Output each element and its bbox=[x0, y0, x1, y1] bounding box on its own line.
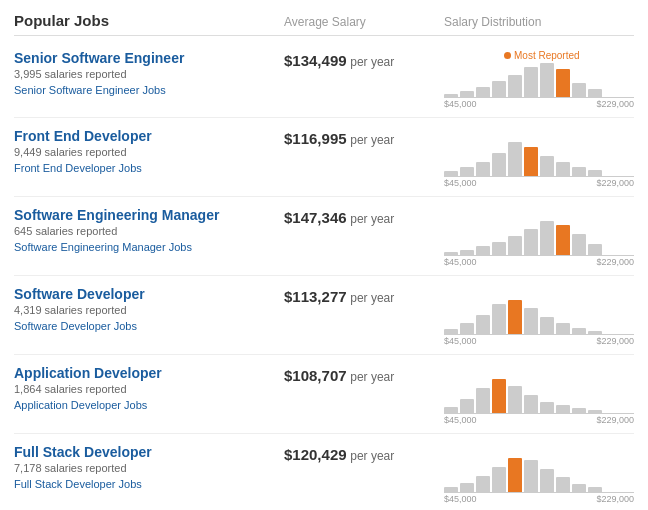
bar-segment bbox=[556, 162, 570, 176]
average-salary-header: Average Salary bbox=[284, 15, 444, 29]
salaries-reported: 4,319 salaries reported bbox=[14, 304, 284, 316]
bar-segment bbox=[492, 81, 506, 97]
axis-labels: $45,000 $229,000 bbox=[444, 336, 634, 346]
job-info: Software Engineering Manager 645 salarie… bbox=[14, 207, 284, 254]
bar-segment bbox=[476, 388, 490, 413]
bar-segment bbox=[492, 304, 506, 334]
table-row: Front End Developer 9,449 salaries repor… bbox=[14, 118, 634, 197]
job-title[interactable]: Software Engineering Manager bbox=[14, 207, 219, 223]
axis-line bbox=[444, 413, 634, 414]
bar-segment bbox=[556, 225, 570, 255]
axis-line bbox=[444, 97, 634, 98]
axis-max: $229,000 bbox=[596, 99, 634, 109]
bar-segment bbox=[508, 142, 522, 176]
bar-segment bbox=[492, 467, 506, 492]
table-row: Application Developer 1,864 salaries rep… bbox=[14, 355, 634, 434]
per-year: per year bbox=[350, 55, 394, 69]
salary-amount: $120,429 bbox=[284, 446, 347, 463]
bar-segment bbox=[572, 83, 586, 97]
job-title[interactable]: Senior Software Engineer bbox=[14, 50, 184, 66]
per-year: per year bbox=[350, 291, 394, 305]
axis-labels: $45,000 $229,000 bbox=[444, 178, 634, 188]
job-info: Front End Developer 9,449 salaries repor… bbox=[14, 128, 284, 175]
dist-col: $45,000 $229,000 bbox=[444, 207, 634, 267]
salaries-reported: 7,178 salaries reported bbox=[14, 462, 284, 474]
main-container: Popular Jobs Average Salary Salary Distr… bbox=[0, 0, 648, 510]
axis-min: $45,000 bbox=[444, 257, 477, 267]
job-link[interactable]: Front End Developer Jobs bbox=[14, 162, 142, 174]
bar-segment bbox=[460, 167, 474, 176]
axis-line bbox=[444, 255, 634, 256]
bar-segment bbox=[524, 147, 538, 176]
bar-segment bbox=[460, 483, 474, 492]
per-year: per year bbox=[350, 133, 394, 147]
axis-min: $45,000 bbox=[444, 415, 477, 425]
most-reported-text: Most Reported bbox=[514, 50, 580, 61]
job-info: Software Developer 4,319 salaries report… bbox=[14, 286, 284, 333]
dist-col: $45,000 $229,000 bbox=[444, 286, 634, 346]
bar-segment bbox=[556, 69, 570, 97]
bar-segment bbox=[524, 67, 538, 97]
dist-col: $45,000 $229,000 bbox=[444, 444, 634, 504]
axis-max: $229,000 bbox=[596, 257, 634, 267]
job-link[interactable]: Application Developer Jobs bbox=[14, 399, 147, 411]
job-title[interactable]: Full Stack Developer bbox=[14, 444, 152, 460]
popular-jobs-header: Popular Jobs bbox=[14, 12, 284, 29]
bar-segment bbox=[572, 167, 586, 176]
bar-segment bbox=[540, 317, 554, 334]
job-link[interactable]: Software Engineering Manager Jobs bbox=[14, 241, 192, 253]
bar-segment bbox=[492, 379, 506, 413]
table-header: Popular Jobs Average Salary Salary Distr… bbox=[14, 12, 634, 36]
per-year: per year bbox=[350, 449, 394, 463]
salary-col: $108,707 per year bbox=[284, 365, 444, 384]
bar-segment bbox=[460, 399, 474, 413]
bar-segment bbox=[540, 156, 554, 176]
most-reported-label: Most Reported bbox=[504, 50, 580, 61]
dist-col: Most Reported $45,000 $229,000 bbox=[444, 50, 634, 109]
job-link[interactable]: Senior Software Engineer Jobs bbox=[14, 84, 166, 96]
jobs-list: Senior Software Engineer 3,995 salaries … bbox=[14, 40, 634, 510]
bar-segment bbox=[588, 244, 602, 255]
bar-segment bbox=[476, 246, 490, 255]
table-row: Full Stack Developer 7,178 salaries repo… bbox=[14, 434, 634, 510]
table-row: Software Engineering Manager 645 salarie… bbox=[14, 197, 634, 276]
job-link[interactable]: Full Stack Developer Jobs bbox=[14, 478, 142, 490]
axis-labels: $45,000 $229,000 bbox=[444, 415, 634, 425]
per-year: per year bbox=[350, 370, 394, 384]
job-title[interactable]: Software Developer bbox=[14, 286, 145, 302]
salaries-reported: 9,449 salaries reported bbox=[14, 146, 284, 158]
job-info: Full Stack Developer 7,178 salaries repo… bbox=[14, 444, 284, 491]
bar-segment bbox=[524, 308, 538, 334]
bar-segment bbox=[588, 89, 602, 97]
job-link[interactable]: Software Developer Jobs bbox=[14, 320, 137, 332]
job-info: Application Developer 1,864 salaries rep… bbox=[14, 365, 284, 412]
bar-chart bbox=[444, 142, 602, 176]
bar-chart bbox=[444, 221, 602, 255]
axis-max: $229,000 bbox=[596, 336, 634, 346]
axis-labels: $45,000 $229,000 bbox=[444, 257, 634, 267]
bar-segment bbox=[540, 402, 554, 413]
axis-labels: $45,000 $229,000 bbox=[444, 494, 634, 504]
axis-min: $45,000 bbox=[444, 99, 477, 109]
bar-segment bbox=[476, 476, 490, 492]
axis-line bbox=[444, 176, 634, 177]
salaries-reported: 3,995 salaries reported bbox=[14, 68, 284, 80]
bar-segment bbox=[476, 87, 490, 97]
job-title[interactable]: Application Developer bbox=[14, 365, 162, 381]
axis-line bbox=[444, 334, 634, 335]
job-info: Senior Software Engineer 3,995 salaries … bbox=[14, 50, 284, 97]
per-year: per year bbox=[350, 212, 394, 226]
job-title[interactable]: Front End Developer bbox=[14, 128, 152, 144]
salary-distribution-header: Salary Distribution bbox=[444, 15, 634, 29]
table-row: Senior Software Engineer 3,995 salaries … bbox=[14, 40, 634, 118]
bar-segment bbox=[540, 63, 554, 97]
bar-chart bbox=[444, 63, 602, 97]
bar-chart bbox=[444, 300, 602, 334]
table-row: Software Developer 4,319 salaries report… bbox=[14, 276, 634, 355]
most-reported-dot bbox=[504, 52, 511, 59]
axis-max: $229,000 bbox=[596, 415, 634, 425]
bar-segment bbox=[524, 229, 538, 255]
bar-segment bbox=[460, 323, 474, 334]
bar-segment bbox=[508, 236, 522, 255]
salary-amount: $134,499 bbox=[284, 52, 347, 69]
